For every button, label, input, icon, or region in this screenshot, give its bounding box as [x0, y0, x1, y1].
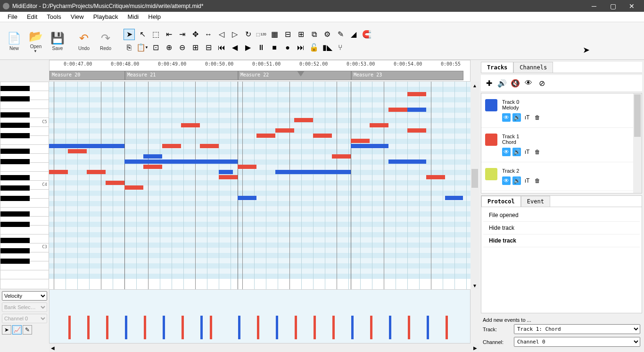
midi-note[interactable]	[407, 128, 426, 133]
track-audible-icon[interactable]: 🔊	[512, 148, 521, 156]
tool-pointer[interactable]: ➤	[124, 29, 135, 40]
tool-merge[interactable]: ⧉	[308, 29, 320, 40]
tool-new[interactable]: 📄New	[4, 31, 25, 51]
velocity-bar[interactable]	[163, 316, 165, 339]
midi-note[interactable]	[332, 154, 351, 159]
tool-skip-end[interactable]: ⏭	[295, 42, 306, 53]
tool-align-left[interactable]: ⇤	[163, 29, 174, 40]
midi-note[interactable]	[124, 185, 143, 190]
channel-select-2[interactable]: Channel 0	[514, 337, 640, 347]
midi-note[interactable]	[426, 175, 445, 179]
tool-fork[interactable]: ⑂	[335, 42, 346, 53]
track-hidden-icon[interactable]: ⊘	[537, 78, 547, 88]
midi-note[interactable]	[370, 123, 388, 127]
velocity-bar[interactable]	[257, 316, 259, 339]
velocity-bar[interactable]	[125, 316, 127, 339]
tool-zoom-fit-h[interactable]: ⊞	[190, 42, 201, 53]
tool-zoom-reset[interactable]: ⊡	[150, 42, 161, 53]
velocity-bar[interactable]	[370, 316, 372, 339]
midi-note[interactable]	[87, 170, 106, 174]
tool-play[interactable]: ▶	[242, 42, 254, 53]
tool-eraser[interactable]: ◢	[348, 29, 359, 40]
scroll-up-arrow[interactable]: ▲	[471, 82, 479, 89]
midi-note[interactable]	[181, 123, 200, 127]
vertical-scrollbar[interactable]: ▲ ▼	[471, 82, 479, 289]
midi-note[interactable]	[238, 165, 256, 169]
tool-pause[interactable]: ⏸	[256, 42, 267, 53]
velocity-bar[interactable]	[144, 316, 146, 339]
velocity-bar[interactable]	[276, 316, 278, 339]
track-delete-icon[interactable]: 🗑	[533, 176, 542, 185]
velocity-bar[interactable]	[408, 316, 410, 339]
track-rename-icon[interactable]: ıT	[523, 113, 531, 122]
scroll-down-arrow[interactable]: ▼	[471, 282, 479, 289]
protocol-item[interactable]: Hide track	[483, 235, 640, 247]
velocity-select[interactable]: Velocity	[2, 291, 47, 301]
track-add-icon[interactable]: ✚	[484, 78, 494, 88]
midi-note[interactable]	[388, 159, 426, 164]
minimize-button[interactable]: ─	[585, 0, 603, 12]
scroll-left-arrow[interactable]: ◀	[49, 344, 57, 352]
tool-move[interactable]: ✥	[190, 29, 201, 40]
midi-note[interactable]	[219, 175, 238, 179]
tool-quantize[interactable]: ⬚120	[256, 29, 267, 40]
midi-note[interactable]	[256, 134, 275, 138]
midi-note[interactable]	[143, 154, 162, 159]
midi-note[interactable]	[143, 165, 162, 169]
vel-tool-pointer[interactable]: ➤	[2, 325, 11, 335]
timeline[interactable]: 0:00:47.000:00:48.000:00:49.000:00:50.00…	[49, 60, 471, 82]
velocity-lane[interactable]	[49, 289, 471, 344]
scroll-thumb[interactable]	[471, 169, 478, 188]
tab-channels[interactable]: Channels	[513, 62, 553, 73]
menu-help[interactable]: Help	[143, 13, 165, 20]
tool-grid[interactable]: ▦	[269, 29, 280, 40]
midi-note[interactable]	[351, 139, 370, 143]
velocity-bar[interactable]	[332, 316, 335, 339]
tool-record[interactable]: ●	[282, 42, 293, 53]
track-delete-icon[interactable]: 🗑	[533, 148, 542, 156]
tool-select-box[interactable]: ⬚	[150, 29, 161, 40]
protocol-item[interactable]: File opened	[483, 209, 640, 222]
channel-select[interactable]: Channel 0	[2, 314, 47, 323]
menu-file[interactable]: File	[3, 13, 22, 20]
midi-note[interactable]	[294, 118, 313, 122]
tool-undo[interactable]: ↶Undo	[74, 31, 94, 51]
tool-pencil[interactable]: ✎	[335, 29, 346, 40]
tool-rewind[interactable]: ◀	[229, 42, 240, 53]
tool-stop[interactable]: ■	[269, 42, 280, 53]
note-grid[interactable]	[49, 82, 471, 289]
vel-tool-draw[interactable]: ✎	[23, 325, 32, 335]
tool-zoom-fit-v[interactable]: ⊟	[203, 42, 214, 53]
track-item[interactable]: Track 0 Melody 👁 🔊 ıT 🗑	[481, 93, 633, 128]
velocity-bar[interactable]	[210, 316, 212, 339]
midi-note[interactable]	[68, 149, 87, 153]
midi-note[interactable]	[275, 170, 351, 174]
midi-note[interactable]	[407, 108, 426, 112]
midi-note[interactable]	[49, 144, 124, 148]
track-visible-icon[interactable]: 👁	[502, 113, 511, 122]
tool-copy[interactable]: ⎘	[124, 42, 135, 53]
track-visible-icon[interactable]: 👁	[523, 78, 534, 88]
velocity-bar[interactable]	[106, 316, 108, 339]
tool-zoom-in[interactable]: ⊕	[163, 42, 174, 53]
tool-nudge-left[interactable]: ◁	[216, 29, 227, 40]
track-list-scrollbar[interactable]	[633, 93, 642, 193]
tab-protocol[interactable]: Protocol	[481, 196, 521, 207]
midi-note[interactable]	[106, 181, 124, 185]
midi-note[interactable]	[313, 134, 332, 138]
tool-glue[interactable]: ⊟	[282, 29, 293, 40]
tab-tracks[interactable]: Tracks	[481, 62, 513, 73]
tool-nudge-right[interactable]: ▷	[229, 29, 240, 40]
track-audible-icon[interactable]: 🔊	[512, 176, 521, 185]
track-visible-icon[interactable]: 👁	[502, 176, 511, 185]
velocity-bar[interactable]	[446, 316, 448, 339]
protocol-item[interactable]: Hide track	[483, 222, 640, 235]
menu-view[interactable]: View	[66, 13, 89, 20]
velocity-bar[interactable]	[68, 316, 71, 339]
velocity-bar[interactable]	[182, 316, 184, 339]
bank-select[interactable]: Bank Selec…	[2, 302, 47, 312]
tool-split[interactable]: ⊞	[295, 29, 306, 40]
close-button[interactable]: ✕	[622, 0, 641, 12]
tool-skip-start[interactable]: ⏮	[216, 42, 227, 53]
piano-keyboard[interactable]: C5C4C3	[0, 82, 49, 289]
